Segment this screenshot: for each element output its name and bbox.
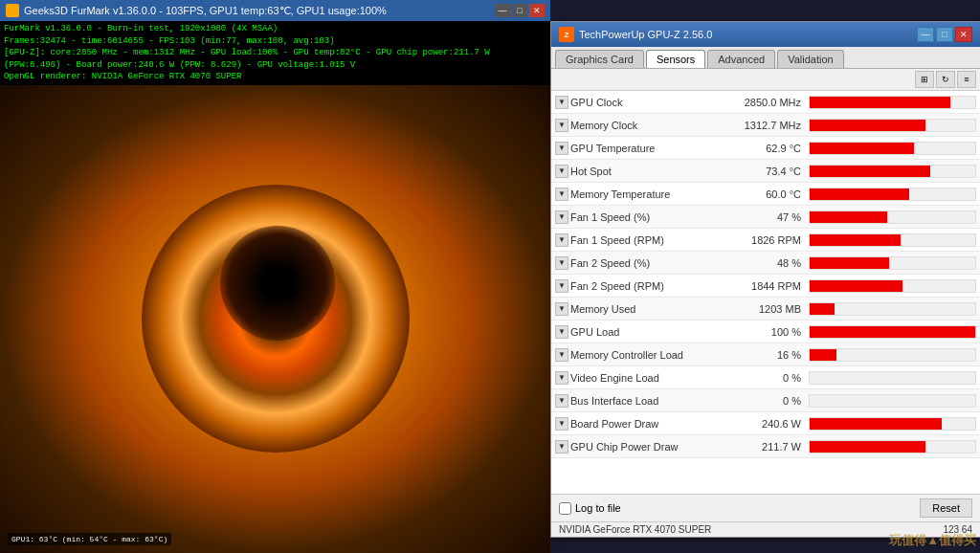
- sensor-bar: [810, 303, 835, 315]
- sensor-value: 60.0 °C: [727, 188, 809, 200]
- sensor-name: ▼ Memory Clock: [555, 119, 727, 132]
- furmark-overlay-text: GPU1: 63°C (min: 54°C - max: 63°C): [8, 533, 171, 545]
- grid-icon-button[interactable]: ⊞: [915, 71, 934, 88]
- sensor-bar-container: [809, 371, 976, 385]
- sensor-value: 1203 MB: [727, 303, 809, 315]
- gpuz-maximize-button[interactable]: □: [936, 27, 953, 42]
- sensor-row: ▼ GPU Chip Power Draw 211.7 W: [551, 435, 980, 458]
- furmark-controls: — □ ✕: [495, 4, 545, 17]
- sensor-dropdown-btn[interactable]: ▼: [555, 417, 568, 431]
- log-to-file-checkbox[interactable]: [559, 502, 571, 515]
- sensor-row: ▼ GPU Temperature 62.9 °C: [551, 137, 980, 160]
- sensor-bar-container: [809, 96, 976, 109]
- tab-validation[interactable]: Validation: [777, 50, 844, 68]
- sensor-value: 211.7 W: [727, 441, 809, 453]
- furmark-canvas: GPU1: 63°C (min: 54°C - max: 63°C): [0, 85, 550, 553]
- sensor-name: ▼ GPU Load: [555, 325, 727, 339]
- sensor-bar: [810, 349, 836, 361]
- sensor-name: ▼ Board Power Draw: [555, 417, 727, 431]
- sensor-bar-container: [809, 348, 976, 362]
- sensor-name: ▼ Memory Used: [555, 302, 727, 316]
- sensor-row: ▼ Hot Spot 73.4 °C: [551, 160, 980, 183]
- sensor-dropdown-btn[interactable]: ▼: [555, 256, 568, 270]
- furmark-info-line-4: OpenGL renderer: NVIDIA GeForce RTX 4070…: [4, 71, 546, 83]
- sensor-value: 2850.0 MHz: [727, 97, 809, 108]
- sensor-name: ▼ Bus Interface Load: [555, 394, 727, 408]
- gpuz-titlebar-left: Z TechPowerUp GPU-Z 2.56.0: [559, 27, 712, 42]
- sensor-name: ▼ Video Engine Load: [555, 371, 727, 385]
- sensor-dropdown-btn[interactable]: ▼: [555, 394, 568, 408]
- sensor-bar: [810, 280, 902, 292]
- furmark-maximize-button[interactable]: □: [512, 4, 527, 17]
- tab-advanced[interactable]: Advanced: [707, 50, 775, 68]
- sensor-bar: [810, 143, 914, 154]
- sensor-name: ▼ GPU Chip Power Draw: [555, 440, 727, 453]
- sensor-row: ▼ Memory Temperature 60.0 °C: [551, 183, 980, 206]
- sensor-name: ▼ Hot Spot: [555, 165, 727, 178]
- sensor-dropdown-btn[interactable]: ▼: [555, 440, 568, 453]
- tab-graphics-card[interactable]: Graphics Card: [555, 50, 644, 68]
- sensor-dropdown-btn[interactable]: ▼: [555, 142, 568, 155]
- sensor-row: ▼ Video Engine Load 0 %: [551, 366, 980, 389]
- furmark-close-button[interactable]: ✕: [529, 4, 545, 17]
- sensor-dropdown-btn[interactable]: ▼: [555, 233, 568, 247]
- sensor-dropdown-btn[interactable]: ▼: [555, 371, 568, 385]
- sensor-dropdown-btn[interactable]: ▼: [555, 348, 568, 362]
- sensor-bar-container: [809, 394, 976, 408]
- gpuz-title: TechPowerUp GPU-Z 2.56.0: [579, 29, 712, 40]
- sensor-dropdown-btn[interactable]: ▼: [555, 119, 568, 132]
- sensor-bar: [810, 441, 925, 453]
- sensor-dropdown-btn[interactable]: ▼: [555, 188, 568, 201]
- sensor-dropdown-btn[interactable]: ▼: [555, 279, 568, 293]
- sensor-name: ▼ Fan 1 Speed (RPM): [555, 233, 727, 247]
- sensor-dropdown-btn[interactable]: ▼: [555, 96, 568, 109]
- sensor-name: ▼ Memory Temperature: [555, 188, 727, 201]
- sensor-name: ▼ Fan 2 Speed (RPM): [555, 279, 727, 293]
- gpuz-close-button[interactable]: ✕: [955, 27, 972, 42]
- furmark-icon: [6, 4, 19, 17]
- sensor-bar-container: [809, 440, 976, 453]
- sensor-bar-container: [809, 417, 976, 431]
- gpuz-icon: Z: [559, 27, 574, 42]
- sensor-value: 16 %: [727, 349, 809, 361]
- gpuz-minimize-button[interactable]: —: [917, 27, 934, 42]
- furmark-minimize-button[interactable]: —: [495, 4, 510, 17]
- sensor-name: ▼ Fan 2 Speed (%): [555, 256, 727, 270]
- sensor-value: 1826 RPM: [727, 234, 809, 246]
- menu-icon-button[interactable]: ≡: [957, 71, 976, 88]
- sensor-dropdown-btn[interactable]: ▼: [555, 302, 568, 316]
- sensor-bar-container: [809, 302, 976, 316]
- tab-sensors[interactable]: Sensors: [646, 50, 705, 68]
- sensor-dropdown-btn[interactable]: ▼: [555, 210, 568, 224]
- sensor-row: ▼ Fan 1 Speed (%) 47 %: [551, 206, 980, 229]
- refresh-icon-button[interactable]: ↻: [936, 71, 955, 88]
- sensor-bar-container: [809, 165, 976, 178]
- sensor-row: ▼ Fan 2 Speed (RPM) 1844 RPM: [551, 275, 980, 298]
- sensor-name: ▼ Memory Controller Load: [555, 348, 727, 362]
- sensor-row: ▼ Board Power Draw 240.6 W: [551, 412, 980, 435]
- sensor-value: 1844 RPM: [727, 280, 809, 292]
- furmark-titlebar-left: Geeks3D FurMark v1.36.0.0 - 103FPS, GPU1…: [6, 4, 387, 17]
- sensor-bar: [810, 120, 925, 131]
- log-to-file-label: Log to file: [575, 502, 621, 514]
- sensor-bar: [810, 97, 950, 108]
- sensor-bar: [810, 418, 942, 430]
- sensor-name: ▼ GPU Temperature: [555, 142, 727, 155]
- sensor-bar: [810, 234, 901, 246]
- reset-button[interactable]: Reset: [920, 498, 972, 518]
- furmark-info-line-1: FurMark v1.36.0.0 - Burn-in test, 1920x1…: [4, 23, 546, 35]
- gpuz-titlebar: Z TechPowerUp GPU-Z 2.56.0 — □ ✕: [551, 22, 980, 47]
- furmark-window: Geeks3D FurMark v1.36.0.0 - 103FPS, GPU1…: [0, 0, 550, 553]
- furmark-titlebar: Geeks3D FurMark v1.36.0.0 - 103FPS, GPU1…: [0, 0, 550, 21]
- sensor-bar: [810, 326, 975, 338]
- sensor-name: ▼ GPU Clock: [555, 96, 727, 109]
- sensor-value: 73.4 °C: [727, 166, 809, 177]
- sensor-row: ▼ Memory Clock 1312.7 MHz: [551, 114, 980, 137]
- sensor-dropdown-btn[interactable]: ▼: [555, 325, 568, 339]
- sensor-value: 240.6 W: [727, 418, 809, 430]
- gpuz-tabs: Graphics Card Sensors Advanced Validatio…: [551, 47, 980, 69]
- sensor-value: 0 %: [727, 395, 809, 407]
- sensor-dropdown-btn[interactable]: ▼: [555, 165, 568, 178]
- gpuz-window: Z TechPowerUp GPU-Z 2.56.0 — □ ✕ Graphic…: [550, 21, 980, 538]
- sensor-row: ▼ Fan 1 Speed (RPM) 1826 RPM: [551, 229, 980, 252]
